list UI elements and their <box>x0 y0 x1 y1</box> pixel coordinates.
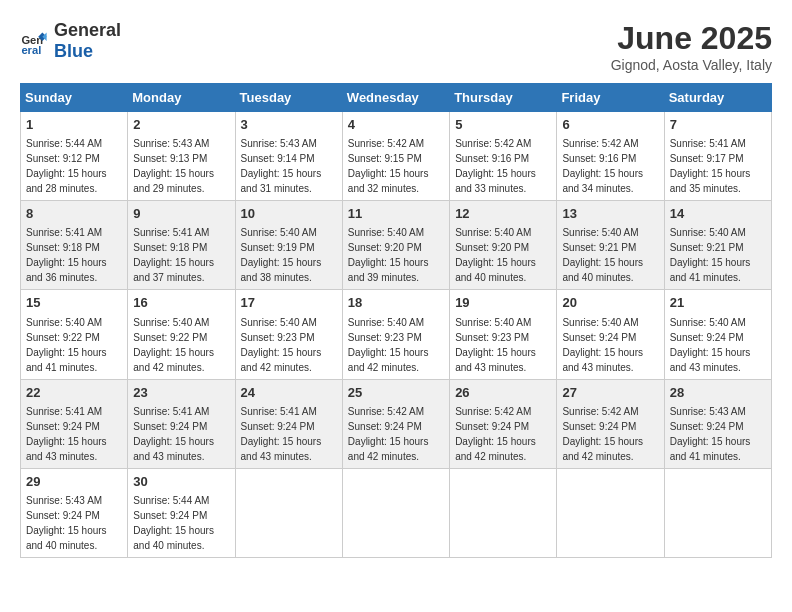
day-header-tuesday: Tuesday <box>235 84 342 112</box>
day-number: 9 <box>133 205 229 223</box>
sunset-info: Sunset: 9:15 PM <box>348 153 422 164</box>
sunset-info: Sunset: 9:24 PM <box>670 332 744 343</box>
day-header-monday: Monday <box>128 84 235 112</box>
sunrise-info: Sunrise: 5:43 AM <box>241 138 317 149</box>
sunset-info: Sunset: 9:24 PM <box>241 421 315 432</box>
logo-icon: Gen eral <box>20 27 48 55</box>
day-number: 18 <box>348 294 444 312</box>
sunrise-info: Sunrise: 5:40 AM <box>455 227 531 238</box>
svg-text:eral: eral <box>21 44 41 55</box>
day-header-saturday: Saturday <box>664 84 771 112</box>
calendar-cell: 19 Sunrise: 5:40 AM Sunset: 9:23 PM Dayl… <box>450 290 557 379</box>
calendar-cell: 28 Sunrise: 5:43 AM Sunset: 9:24 PM Dayl… <box>664 379 771 468</box>
calendar-cell: 3 Sunrise: 5:43 AM Sunset: 9:14 PM Dayli… <box>235 112 342 201</box>
calendar-cell <box>557 468 664 557</box>
calendar-cell: 5 Sunrise: 5:42 AM Sunset: 9:16 PM Dayli… <box>450 112 557 201</box>
daylight-info: Daylight: 15 hours and 43 minutes. <box>133 436 214 462</box>
sunrise-info: Sunrise: 5:42 AM <box>562 406 638 417</box>
calendar-cell <box>235 468 342 557</box>
location: Gignod, Aosta Valley, Italy <box>611 57 772 73</box>
day-number: 17 <box>241 294 337 312</box>
sunrise-info: Sunrise: 5:40 AM <box>670 227 746 238</box>
daylight-info: Daylight: 15 hours and 43 minutes. <box>26 436 107 462</box>
sunrise-info: Sunrise: 5:40 AM <box>133 317 209 328</box>
day-number: 29 <box>26 473 122 491</box>
calendar-cell <box>450 468 557 557</box>
sunrise-info: Sunrise: 5:41 AM <box>670 138 746 149</box>
calendar-week-row: 29 Sunrise: 5:43 AM Sunset: 9:24 PM Dayl… <box>21 468 772 557</box>
daylight-info: Daylight: 15 hours and 38 minutes. <box>241 257 322 283</box>
calendar-cell: 10 Sunrise: 5:40 AM Sunset: 9:19 PM Dayl… <box>235 201 342 290</box>
sunset-info: Sunset: 9:16 PM <box>562 153 636 164</box>
header: Gen eral General Blue June 2025 Gignod, … <box>20 20 772 73</box>
daylight-info: Daylight: 15 hours and 35 minutes. <box>670 168 751 194</box>
daylight-info: Daylight: 15 hours and 28 minutes. <box>26 168 107 194</box>
sunrise-info: Sunrise: 5:43 AM <box>26 495 102 506</box>
sunset-info: Sunset: 9:24 PM <box>26 510 100 521</box>
sunrise-info: Sunrise: 5:40 AM <box>26 317 102 328</box>
day-number: 20 <box>562 294 658 312</box>
calendar-cell: 13 Sunrise: 5:40 AM Sunset: 9:21 PM Dayl… <box>557 201 664 290</box>
calendar-cell: 11 Sunrise: 5:40 AM Sunset: 9:20 PM Dayl… <box>342 201 449 290</box>
sunset-info: Sunset: 9:17 PM <box>670 153 744 164</box>
day-number: 22 <box>26 384 122 402</box>
calendar-week-row: 8 Sunrise: 5:41 AM Sunset: 9:18 PM Dayli… <box>21 201 772 290</box>
day-number: 10 <box>241 205 337 223</box>
day-number: 7 <box>670 116 766 134</box>
sunrise-info: Sunrise: 5:42 AM <box>455 138 531 149</box>
calendar-table: SundayMondayTuesdayWednesdayThursdayFrid… <box>20 83 772 558</box>
daylight-info: Daylight: 15 hours and 37 minutes. <box>133 257 214 283</box>
day-header-friday: Friday <box>557 84 664 112</box>
calendar-cell: 27 Sunrise: 5:42 AM Sunset: 9:24 PM Dayl… <box>557 379 664 468</box>
daylight-info: Daylight: 15 hours and 40 minutes. <box>133 525 214 551</box>
sunset-info: Sunset: 9:24 PM <box>670 421 744 432</box>
daylight-info: Daylight: 15 hours and 36 minutes. <box>26 257 107 283</box>
daylight-info: Daylight: 15 hours and 31 minutes. <box>241 168 322 194</box>
day-number: 25 <box>348 384 444 402</box>
calendar-cell: 6 Sunrise: 5:42 AM Sunset: 9:16 PM Dayli… <box>557 112 664 201</box>
calendar-cell: 2 Sunrise: 5:43 AM Sunset: 9:13 PM Dayli… <box>128 112 235 201</box>
day-number: 5 <box>455 116 551 134</box>
sunrise-info: Sunrise: 5:40 AM <box>348 227 424 238</box>
sunset-info: Sunset: 9:24 PM <box>133 510 207 521</box>
daylight-info: Daylight: 15 hours and 43 minutes. <box>670 347 751 373</box>
sunrise-info: Sunrise: 5:41 AM <box>133 406 209 417</box>
daylight-info: Daylight: 15 hours and 40 minutes. <box>455 257 536 283</box>
sunrise-info: Sunrise: 5:42 AM <box>348 138 424 149</box>
sunrise-info: Sunrise: 5:40 AM <box>348 317 424 328</box>
daylight-info: Daylight: 15 hours and 33 minutes. <box>455 168 536 194</box>
calendar-cell: 22 Sunrise: 5:41 AM Sunset: 9:24 PM Dayl… <box>21 379 128 468</box>
day-number: 13 <box>562 205 658 223</box>
sunset-info: Sunset: 9:24 PM <box>455 421 529 432</box>
sunrise-info: Sunrise: 5:43 AM <box>670 406 746 417</box>
daylight-info: Daylight: 15 hours and 41 minutes. <box>670 436 751 462</box>
daylight-info: Daylight: 15 hours and 41 minutes. <box>670 257 751 283</box>
day-number: 24 <box>241 384 337 402</box>
sunset-info: Sunset: 9:18 PM <box>133 242 207 253</box>
day-number: 11 <box>348 205 444 223</box>
sunset-info: Sunset: 9:16 PM <box>455 153 529 164</box>
calendar-cell: 30 Sunrise: 5:44 AM Sunset: 9:24 PM Dayl… <box>128 468 235 557</box>
calendar-header-row: SundayMondayTuesdayWednesdayThursdayFrid… <box>21 84 772 112</box>
daylight-info: Daylight: 15 hours and 42 minutes. <box>455 436 536 462</box>
daylight-info: Daylight: 15 hours and 43 minutes. <box>241 436 322 462</box>
sunset-info: Sunset: 9:21 PM <box>670 242 744 253</box>
sunrise-info: Sunrise: 5:40 AM <box>562 317 638 328</box>
day-number: 30 <box>133 473 229 491</box>
day-header-wednesday: Wednesday <box>342 84 449 112</box>
sunset-info: Sunset: 9:12 PM <box>26 153 100 164</box>
logo-blue: Blue <box>54 41 93 61</box>
calendar-cell: 7 Sunrise: 5:41 AM Sunset: 9:17 PM Dayli… <box>664 112 771 201</box>
daylight-info: Daylight: 15 hours and 43 minutes. <box>455 347 536 373</box>
sunrise-info: Sunrise: 5:44 AM <box>26 138 102 149</box>
sunrise-info: Sunrise: 5:43 AM <box>133 138 209 149</box>
daylight-info: Daylight: 15 hours and 40 minutes. <box>26 525 107 551</box>
calendar-cell: 29 Sunrise: 5:43 AM Sunset: 9:24 PM Dayl… <box>21 468 128 557</box>
calendar-week-row: 22 Sunrise: 5:41 AM Sunset: 9:24 PM Dayl… <box>21 379 772 468</box>
month-title: June 2025 <box>611 20 772 57</box>
daylight-info: Daylight: 15 hours and 40 minutes. <box>562 257 643 283</box>
daylight-info: Daylight: 15 hours and 39 minutes. <box>348 257 429 283</box>
sunset-info: Sunset: 9:24 PM <box>562 421 636 432</box>
sunrise-info: Sunrise: 5:44 AM <box>133 495 209 506</box>
calendar-cell: 25 Sunrise: 5:42 AM Sunset: 9:24 PM Dayl… <box>342 379 449 468</box>
